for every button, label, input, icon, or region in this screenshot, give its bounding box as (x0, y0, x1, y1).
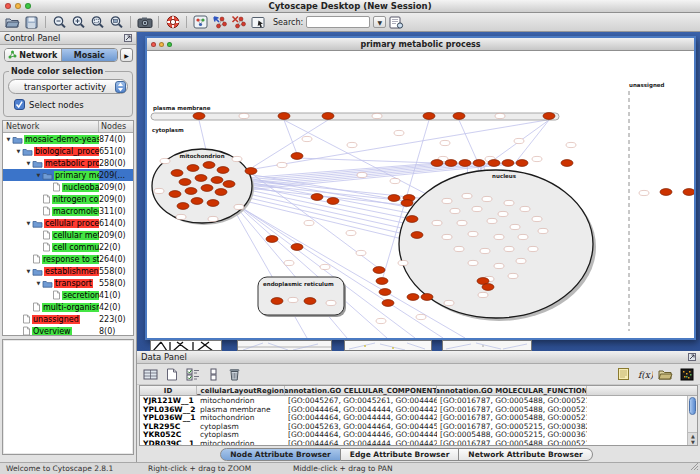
tab-network[interactable]: Network (5, 49, 61, 61)
create-attribute-icon[interactable] (163, 366, 180, 382)
network-tree-row[interactable]: ▼metabolic process280(0) (3, 157, 133, 169)
background-window[interactable] (344, 340, 432, 351)
float-panel-icon[interactable] (688, 353, 696, 361)
annotation-icon[interactable] (249, 14, 266, 30)
close-window-icon[interactable] (5, 3, 11, 9)
column-header[interactable]: _cellularLayoutRegion (197, 386, 285, 395)
background-window[interactable] (237, 340, 332, 351)
destroy-view-icon[interactable] (230, 14, 247, 30)
network-tree-row[interactable]: nitrogen compo209(0) (3, 193, 133, 205)
column-header[interactable]: ID (140, 386, 197, 395)
function-builder-icon[interactable]: f(x) (636, 366, 653, 382)
birdseye-view[interactable] (2, 339, 134, 455)
import-attributes-icon[interactable] (657, 366, 674, 382)
select-nodes-checkbox[interactable] (14, 99, 25, 112)
network-tree-row[interactable]: ▼biological_process651(0) (3, 145, 133, 157)
tree-item-label: multi-organism pro (42, 303, 99, 312)
cytoplasm-label: cytoplasm (152, 127, 184, 134)
tree-col-nodes[interactable]: Nodes (99, 122, 133, 131)
network-tree-row[interactable]: cellular metabo209(0) (3, 229, 133, 241)
attribute-grid-icon[interactable] (142, 366, 159, 382)
notes-icon[interactable] (615, 366, 632, 382)
network-view-frame[interactable]: primary metabolic process (145, 36, 696, 340)
matrix-icon[interactable] (678, 366, 695, 382)
search-dropdown-icon[interactable]: ▼ (373, 16, 386, 28)
network-canvas[interactable]: plasma membrane cytoplasm unassigned mit… (147, 51, 694, 338)
expand-arrow-icon[interactable]: ▼ (25, 268, 32, 274)
save-session-icon[interactable] (23, 14, 40, 30)
network-tree-row[interactable]: macromolecule311(0) (3, 205, 133, 217)
network-tree-row[interactable]: Overview8(0) (3, 325, 133, 336)
table-row[interactable]: YPL036W__1mitochondrion[GO:0044464, GO:0… (140, 413, 697, 422)
network-tree-row[interactable]: cell communicat22(0) (3, 241, 133, 253)
file-icon (42, 242, 51, 252)
zoom-out-icon[interactable] (51, 14, 68, 30)
column-header[interactable]: annotation.GO MOLECULAR_FUNCTION (437, 386, 587, 395)
network-tree-row[interactable]: ▼primary metab209(... (3, 169, 133, 181)
control-panel-header: Control Panel (0, 32, 136, 45)
network-tree-row[interactable]: ▼cellular process614(0) (3, 217, 133, 229)
folder-icon (32, 219, 43, 228)
tab-edge-attribute-browser[interactable]: Edge Attribute Browser (341, 448, 460, 461)
frame-minimize-icon[interactable] (159, 42, 164, 47)
scrollbar-thumb[interactable] (689, 397, 696, 415)
node-color-dropdown[interactable]: transporter activity (8, 79, 128, 94)
float-panel-icon[interactable] (124, 34, 132, 42)
table-row[interactable]: YJR121W__1mitochondrion[GO:0045267, GO:0… (140, 396, 697, 405)
background-window[interactable] (442, 340, 532, 351)
create-view-icon[interactable] (211, 14, 228, 30)
expand-arrow-icon[interactable]: ▼ (35, 280, 42, 286)
minimize-window-icon[interactable] (15, 3, 21, 9)
frame-close-icon[interactable] (151, 42, 156, 47)
tree-item-label: transport (54, 279, 93, 288)
column-layout-icon[interactable] (205, 366, 222, 382)
frame-titlebar[interactable]: primary metabolic process (147, 38, 694, 51)
file-icon (52, 182, 61, 192)
tab-overflow-icon[interactable]: ▶ (120, 48, 133, 62)
resize-grip-icon[interactable] (690, 462, 699, 473)
expand-arrow-icon[interactable]: ▼ (35, 172, 42, 178)
expand-arrow-icon[interactable]: ▼ (5, 136, 12, 142)
network-tree-row[interactable]: ▼mosaic-demo-yeast874(0) (3, 133, 133, 145)
network-tree-row[interactable]: ▼transport558(0) (3, 277, 133, 289)
expand-arrow-icon[interactable]: ▼ (25, 220, 32, 226)
expand-arrow-icon[interactable]: ▼ (15, 148, 22, 154)
help-icon[interactable] (164, 14, 181, 30)
background-window[interactable] (150, 340, 222, 351)
open-file-icon[interactable] (4, 14, 21, 30)
zoom-window-icon[interactable] (25, 3, 31, 9)
network-tree-row[interactable]: secretion41(0) (3, 289, 133, 301)
zoom-fit-icon[interactable] (108, 14, 125, 30)
window-titlebar: Cytoscape Desktop (New Session) (0, 0, 700, 13)
table-row[interactable]: YKR052Ccytoplasm[GO:0044464, GO:0044446,… (140, 430, 697, 439)
network-tree-row[interactable]: response to stimul264(0) (3, 253, 133, 265)
scrollbar-arrows[interactable]: ▲▼ (688, 432, 698, 445)
network-tree-row[interactable]: multi-organism pro42(0) (3, 301, 133, 313)
table-row[interactable]: YPL036W__2plasma membrane[GO:0044464, GO… (140, 405, 697, 414)
tree-item-label: macromolecule (52, 207, 99, 216)
zoom-selected-icon[interactable] (89, 14, 106, 30)
vizmapper-icon[interactable] (192, 14, 209, 30)
endoplasmic-reticulum-region: endoplasmic reticulum (258, 277, 346, 317)
expand-arrow-icon[interactable]: ▼ (25, 160, 32, 166)
node-count: 280(0) (99, 159, 133, 168)
select-attributes-icon[interactable] (184, 366, 201, 382)
table-row[interactable]: YDR039C__1mitochondrion[GO:0044464, GO:0… (140, 439, 697, 447)
tab-network-attribute-browser[interactable]: Network Attribute Browser (459, 448, 592, 461)
snapshot-icon[interactable] (136, 14, 153, 30)
network-tree-row[interactable]: ▼establishment of lo558(0) (3, 265, 133, 277)
tab-node-attribute-browser[interactable]: Node Attribute Browser (220, 448, 340, 461)
frame-zoom-icon[interactable] (167, 42, 172, 47)
tab-mosaic[interactable]: Mosaic (61, 49, 118, 61)
search-input[interactable] (306, 16, 370, 28)
table-scrollbar[interactable]: ▲▼ (687, 396, 697, 445)
zoom-in-icon[interactable] (70, 14, 87, 30)
table-row[interactable]: YLR295Ccytoplasm[GO:0045263, GO:0044464,… (140, 422, 697, 431)
advanced-search-icon[interactable] (388, 14, 405, 30)
delete-attribute-icon[interactable] (226, 366, 243, 382)
folder-icon (22, 147, 33, 156)
network-tree-row[interactable]: unassigned223(0) (3, 313, 133, 325)
column-header[interactable]: annotation.GO CELLULAR_COMPONENT (285, 386, 437, 395)
tree-col-network[interactable]: Network (3, 121, 99, 132)
network-tree-row[interactable]: nucleobase-209(0) (3, 181, 133, 193)
